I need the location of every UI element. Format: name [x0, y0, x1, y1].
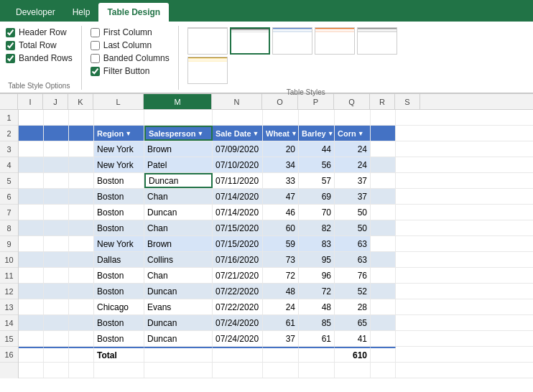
col-header-L[interactable]: L: [93, 94, 144, 109]
cell-I-post[interactable]: [19, 363, 44, 378]
table-cell[interactable]: [44, 173, 69, 188]
table-cell[interactable]: 07/15/2020: [213, 220, 263, 235]
cell-K-post[interactable]: [69, 363, 94, 378]
banded-rows-checkbox[interactable]: [6, 54, 15, 63]
col-header-I[interactable]: I: [18, 94, 43, 109]
tab-developer[interactable]: Developer: [7, 3, 64, 22]
table-cell[interactable]: [69, 220, 94, 235]
cell-Q1[interactable]: [335, 110, 371, 125]
table-cell[interactable]: [69, 236, 94, 251]
table-cell[interactable]: [371, 141, 396, 157]
table-cell[interactable]: 65: [335, 315, 371, 330]
table-cell[interactable]: [69, 252, 94, 267]
banded-columns-checkbox[interactable]: [91, 54, 100, 63]
table-cell[interactable]: Boston: [94, 284, 144, 299]
table-cell[interactable]: 85: [299, 315, 335, 330]
table-cell[interactable]: Evans: [144, 299, 213, 314]
table-cell[interactable]: 07/24/2020: [213, 315, 263, 330]
table-cell[interactable]: 95: [299, 252, 335, 267]
table-cell[interactable]: Chan: [144, 189, 213, 204]
table-cell[interactable]: [44, 315, 69, 330]
tab-help[interactable]: Help: [64, 3, 99, 22]
cell-N-total[interactable]: [213, 347, 263, 362]
cell-J2[interactable]: [44, 126, 69, 141]
table-cell[interactable]: [19, 331, 44, 346]
table-cell[interactable]: Patel: [144, 157, 213, 172]
table-cell[interactable]: [371, 284, 396, 299]
table-cell[interactable]: 57: [299, 173, 335, 188]
cell-K1[interactable]: [69, 110, 94, 125]
header-row-checkbox[interactable]: [6, 28, 15, 37]
table-cell[interactable]: 56: [299, 157, 335, 172]
col-header-N[interactable]: N: [212, 94, 262, 109]
table-cell[interactable]: [44, 252, 69, 267]
table-cell[interactable]: [371, 299, 396, 314]
table-cell[interactable]: 50: [335, 205, 371, 220]
cell-K2[interactable]: [69, 126, 94, 141]
table-cell[interactable]: Boston: [94, 315, 144, 330]
table-cell[interactable]: 07/10/2020: [213, 157, 263, 172]
table-cell[interactable]: 48: [299, 299, 335, 314]
cell-O-total[interactable]: [263, 347, 299, 362]
table-cell[interactable]: 07/14/2020: [213, 189, 263, 204]
col-header-J[interactable]: J: [43, 94, 68, 109]
table-cell[interactable]: 24: [335, 157, 371, 172]
table-cell[interactable]: Chan: [144, 220, 213, 235]
table-cell[interactable]: [69, 173, 94, 188]
table-cell[interactable]: 76: [335, 268, 371, 283]
table-cell[interactable]: [19, 157, 44, 172]
table-cell[interactable]: 37: [335, 189, 371, 204]
table-cell[interactable]: 37: [335, 173, 371, 188]
cell-M-post[interactable]: [144, 363, 213, 378]
table-cell[interactable]: [44, 141, 69, 157]
table-cell[interactable]: 33: [263, 173, 299, 188]
table-cell[interactable]: Boston: [94, 205, 144, 220]
header-salesperson[interactable]: Salesperson ▼: [144, 126, 213, 141]
table-cell[interactable]: [69, 189, 94, 204]
cell-L1[interactable]: [94, 110, 144, 125]
table-cell[interactable]: 07/11/2020: [213, 173, 263, 188]
swatch-blue-stripe[interactable]: [272, 27, 312, 55]
table-cell[interactable]: 59: [263, 236, 299, 251]
col-header-K[interactable]: K: [68, 94, 93, 109]
table-cell[interactable]: Duncan: [144, 205, 213, 220]
filter-button-checkbox[interactable]: [91, 67, 100, 76]
cell-M1[interactable]: [144, 110, 213, 125]
header-row-option[interactable]: Header Row: [6, 27, 73, 37]
table-cell[interactable]: [69, 268, 94, 283]
header-wheat[interactable]: Wheat ▼: [263, 126, 299, 141]
header-sale-date[interactable]: Sale Date ▼: [213, 126, 263, 141]
col-header-O[interactable]: O: [262, 94, 298, 109]
cell-P-total[interactable]: [299, 347, 335, 362]
cell-R-post[interactable]: [371, 363, 396, 378]
table-cell[interactable]: 46: [263, 205, 299, 220]
first-column-option[interactable]: First Column: [91, 27, 170, 37]
table-cell[interactable]: Duncan: [144, 173, 213, 188]
swatch-dark-stripe[interactable]: [230, 27, 270, 55]
table-cell[interactable]: 07/16/2020: [213, 252, 263, 267]
table-cell[interactable]: 34: [263, 157, 299, 172]
banded-columns-option[interactable]: Banded Columns: [91, 53, 170, 63]
table-cell[interactable]: Brown: [144, 141, 213, 157]
cell-O1[interactable]: [263, 110, 299, 125]
last-column-checkbox[interactable]: [91, 41, 100, 50]
table-cell[interactable]: [19, 315, 44, 330]
table-cell[interactable]: Chan: [144, 268, 213, 283]
cell-P-post[interactable]: [299, 363, 335, 378]
table-cell[interactable]: [69, 157, 94, 172]
table-cell[interactable]: Boston: [94, 331, 144, 346]
table-cell[interactable]: 07/14/2020: [213, 205, 263, 220]
table-cell[interactable]: 41: [335, 331, 371, 346]
table-cell[interactable]: 37: [263, 331, 299, 346]
table-cell[interactable]: New York: [94, 236, 144, 251]
table-cell[interactable]: 44: [299, 141, 335, 157]
table-cell[interactable]: [44, 236, 69, 251]
table-cell[interactable]: 72: [299, 284, 335, 299]
table-cell[interactable]: Boston: [94, 189, 144, 204]
cell-L-post[interactable]: [94, 363, 144, 378]
filter-button-option[interactable]: Filter Button: [91, 66, 150, 76]
table-cell[interactable]: [371, 205, 396, 220]
cell-P1[interactable]: [299, 110, 335, 125]
table-cell[interactable]: [371, 220, 396, 235]
table-cell[interactable]: 50: [335, 220, 371, 235]
